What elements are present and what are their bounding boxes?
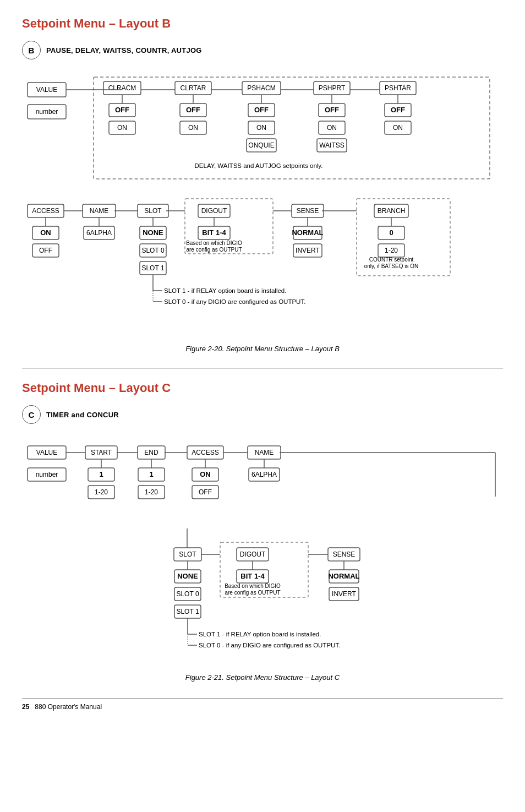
layout-b-bottom-diagram: ACCESS ON OFF NAME 6ALPHA SLOT NONE SLOT…	[22, 194, 503, 339]
svg-text:VALUE: VALUE	[36, 449, 57, 456]
svg-text:Based on which DIGIO: Based on which DIGIO	[186, 240, 242, 246]
svg-text:OFF: OFF	[39, 247, 52, 254]
svg-text:START: START	[91, 449, 112, 456]
svg-text:OFF: OFF	[186, 106, 200, 114]
svg-text:OFF: OFF	[325, 106, 339, 114]
svg-text:NAME: NAME	[90, 207, 109, 215]
svg-text:COUNTR setpoint: COUNTR setpoint	[369, 257, 414, 263]
svg-text:number: number	[36, 471, 58, 478]
svg-text:1-20: 1-20	[385, 247, 398, 254]
svg-text:SLOT 1: SLOT 1	[141, 264, 164, 272]
page-footer: 25 880 Operator's Manual	[22, 698, 503, 711]
svg-text:VALUE: VALUE	[36, 86, 57, 94]
svg-text:PSHACM: PSHACM	[247, 84, 275, 92]
svg-text:DIGOUT: DIGOUT	[240, 551, 266, 558]
layout-c-top-diagram: VALUE number START 1 1-20 END 1 1-20 ACC…	[22, 436, 503, 523]
svg-text:NONE: NONE	[177, 572, 198, 580]
svg-text:SLOT 1 - if RELAY option board: SLOT 1 - if RELAY option board is instal…	[164, 287, 286, 294]
svg-text:SENSE: SENSE	[297, 207, 319, 215]
svg-text:NAME: NAME	[255, 449, 274, 456]
svg-text:PSHPRT: PSHPRT	[319, 84, 346, 92]
svg-text:SLOT: SLOT	[179, 551, 196, 558]
svg-text:6ALPHA: 6ALPHA	[251, 471, 277, 478]
svg-text:1: 1	[149, 470, 153, 478]
svg-text:PSHTAR: PSHTAR	[385, 84, 411, 92]
svg-text:1-20: 1-20	[95, 488, 108, 496]
svg-text:DELAY, WAITSS and AUTJOG setpo: DELAY, WAITSS and AUTJOG setpoints only.	[195, 162, 323, 169]
svg-text:6ALPHA: 6ALPHA	[86, 229, 112, 237]
page-number: 25	[22, 703, 29, 711]
svg-text:BRANCH: BRANCH	[378, 207, 406, 215]
svg-text:NORMAL: NORMAL	[328, 572, 359, 580]
svg-text:SLOT: SLOT	[144, 207, 162, 215]
layout-c-title: Setpoint Menu – Layout C	[22, 381, 503, 395]
svg-text:are config as OUTPUT: are config as OUTPUT	[186, 247, 242, 253]
layout-c-caption: Figure 2-21. Setpoint Menu Structure – L…	[22, 673, 503, 682]
svg-text:OFF: OFF	[391, 106, 405, 114]
svg-text:SLOT 0: SLOT 0	[176, 590, 199, 598]
svg-text:ACCESS: ACCESS	[32, 207, 59, 215]
svg-text:ON: ON	[117, 124, 127, 132]
svg-text:number: number	[36, 108, 58, 116]
svg-text:BIT 1-4: BIT 1-4	[240, 572, 265, 580]
manual-title: 880 Operator's Manual	[35, 703, 102, 711]
svg-text:SLOT 0 - if any DIGIO are conf: SLOT 0 - if any DIGIO are configured as …	[199, 642, 340, 648]
svg-text:NORMAL: NORMAL	[292, 228, 323, 237]
svg-text:OFF: OFF	[115, 106, 129, 114]
svg-text:ON: ON	[40, 228, 51, 237]
layout-b-badge: B	[22, 41, 41, 59]
svg-text:OFF: OFF	[199, 488, 212, 496]
svg-text:1-20: 1-20	[145, 488, 158, 496]
svg-text:INVERT: INVERT	[332, 590, 356, 598]
svg-text:1: 1	[99, 470, 103, 478]
svg-text:DIGOUT: DIGOUT	[201, 207, 227, 215]
svg-text:SLOT 0: SLOT 0	[141, 247, 164, 254]
layout-c-badge: C	[22, 405, 41, 424]
svg-text:0: 0	[389, 228, 393, 237]
svg-text:SLOT 1: SLOT 1	[176, 608, 199, 615]
svg-text:SLOT 0 - if any DIGIO are conf: SLOT 0 - if any DIGIO are configured as …	[164, 298, 305, 305]
layout-b-subtitle-row: B PAUSE, DELAY, WAITSS, COUNTR, AUTJOG	[22, 41, 503, 59]
svg-text:WAITSS: WAITSS	[319, 141, 344, 149]
svg-text:END: END	[144, 449, 158, 456]
svg-text:OFF: OFF	[254, 106, 269, 114]
svg-text:ON: ON	[188, 124, 198, 132]
layout-b-caption: Figure 2-20. Setpoint Menu Structure – L…	[22, 345, 503, 353]
svg-text:SENSE: SENSE	[333, 551, 356, 558]
svg-text:INVERT: INVERT	[296, 247, 320, 254]
layout-b-subtitle: PAUSE, DELAY, WAITSS, COUNTR, AUTJOG	[46, 46, 202, 55]
svg-text:BIT 1-4: BIT 1-4	[202, 228, 226, 237]
svg-text:CLRTAR: CLRTAR	[181, 84, 206, 92]
svg-text:ONQUIE: ONQUIE	[248, 141, 274, 149]
svg-text:Based on which DIGIO: Based on which DIGIO	[225, 583, 281, 589]
svg-text:ON: ON	[200, 470, 211, 478]
layout-b-title: Setpoint Menu – Layout B	[22, 17, 503, 31]
svg-text:ACCESS: ACCESS	[192, 449, 218, 456]
svg-text:ON: ON	[256, 124, 266, 132]
layout-c-subtitle: TIMER and CONCUR	[46, 411, 119, 419]
layout-c-subtitle-row: C TIMER and CONCUR	[22, 405, 503, 424]
svg-text:NONE: NONE	[143, 228, 163, 237]
svg-text:are config as OUTPUT: are config as OUTPUT	[225, 590, 280, 596]
svg-text:only, if BATSEQ is ON: only, if BATSEQ is ON	[364, 263, 419, 269]
svg-text:CLRACM: CLRACM	[108, 84, 136, 92]
svg-text:ON: ON	[393, 124, 403, 132]
layout-b-top-diagram: VALUE number CLRACM OFF ON CLRTAR OFF ON	[22, 72, 503, 189]
svg-text:SLOT 1 - if RELAY option board: SLOT 1 - if RELAY option board is instal…	[199, 631, 321, 637]
svg-text:ON: ON	[327, 124, 337, 132]
layout-c-bottom-diagram: SLOT NONE SLOT 0 SLOT 1 DIGOUT BIT 1-4 B…	[22, 528, 503, 668]
